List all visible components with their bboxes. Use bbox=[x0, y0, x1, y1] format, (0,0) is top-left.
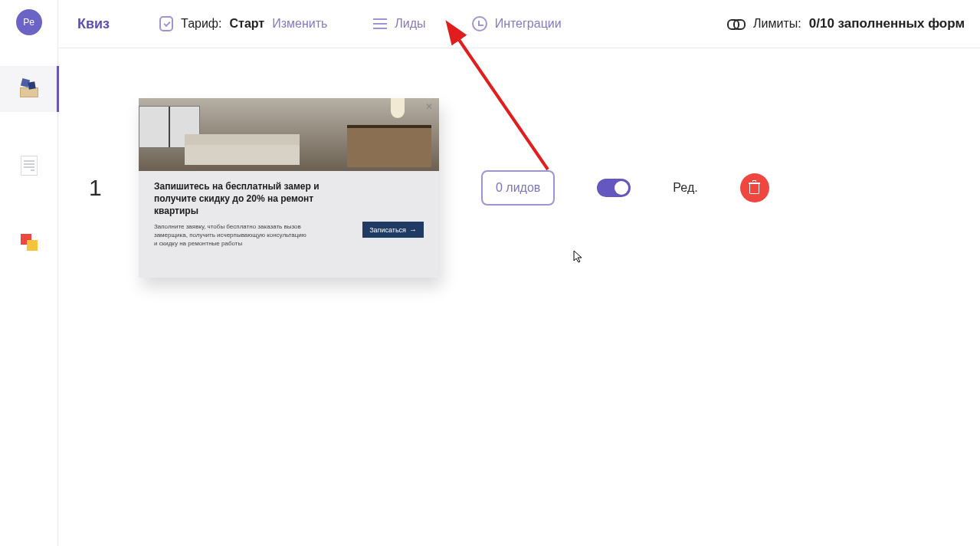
leads-nav[interactable]: Лиды bbox=[373, 16, 425, 31]
trash-icon bbox=[749, 183, 759, 194]
sidebar-item-quizzes[interactable] bbox=[0, 66, 58, 112]
arrow-right-icon: → bbox=[409, 225, 417, 234]
close-icon[interactable]: ✕ bbox=[425, 101, 433, 112]
hamburger-icon bbox=[373, 16, 387, 31]
quiz-index: 1 bbox=[81, 175, 97, 201]
quiz-card[interactable]: ✕ Запишитесь на бесплатный замер и получ… bbox=[139, 98, 439, 278]
quiz-row: 1 ✕ Запишитесь на бесплатный замер и пол… bbox=[81, 98, 957, 278]
cta-label: Записаться bbox=[369, 226, 406, 234]
limits-value: 0/10 заполненных форм bbox=[809, 16, 965, 31]
avatar[interactable]: Pe bbox=[16, 9, 42, 35]
edit-link[interactable]: Ред. bbox=[673, 181, 697, 195]
document-icon bbox=[21, 156, 38, 176]
change-tariff-link[interactable]: Изменить bbox=[272, 17, 327, 31]
tariff-label: Тариф: bbox=[181, 17, 221, 31]
tariff-name: Старт bbox=[229, 17, 264, 31]
leads-link-label: Лиды bbox=[395, 17, 425, 31]
limits-label: Лимиты: bbox=[753, 17, 801, 31]
sidebar: Pe bbox=[0, 0, 58, 546]
box-icon bbox=[18, 81, 41, 97]
sidebar-item-logo[interactable] bbox=[0, 219, 58, 265]
avatar-label: Pe bbox=[23, 17, 34, 28]
active-toggle[interactable] bbox=[597, 179, 631, 197]
topbar: Квиз Тариф: Старт Изменить Лиды Интеграц… bbox=[58, 0, 980, 48]
integrations-nav[interactable]: Интеграции bbox=[472, 16, 562, 31]
integrations-link-label: Интеграции bbox=[495, 17, 562, 31]
brand[interactable]: Квиз bbox=[74, 16, 113, 32]
delete-button[interactable] bbox=[740, 173, 769, 202]
quiz-card-desc: Заполните заявку, чтобы бесплатно заказа… bbox=[154, 222, 307, 248]
clock-icon bbox=[472, 16, 487, 31]
tariff-group: Тариф: Старт Изменить bbox=[159, 16, 327, 31]
quiz-card-cta[interactable]: Записаться → bbox=[362, 222, 424, 238]
limits-group: Лимиты: 0/10 заполненных форм bbox=[727, 16, 965, 31]
cursor-icon bbox=[573, 250, 584, 264]
link-icon bbox=[727, 19, 746, 28]
content: 1 ✕ Запишитесь на бесплатный замер и пол… bbox=[58, 48, 980, 546]
leads-count-button[interactable]: 0 лидов bbox=[481, 170, 555, 206]
sidebar-item-documents[interactable] bbox=[0, 143, 58, 189]
logo-icon bbox=[21, 234, 38, 251]
check-icon bbox=[159, 16, 173, 31]
quiz-card-title: Запишитесь на бесплатный замер и получит… bbox=[154, 180, 330, 218]
quiz-card-body: Запишитесь на бесплатный замер и получит… bbox=[139, 171, 439, 260]
quiz-card-image bbox=[139, 98, 439, 171]
